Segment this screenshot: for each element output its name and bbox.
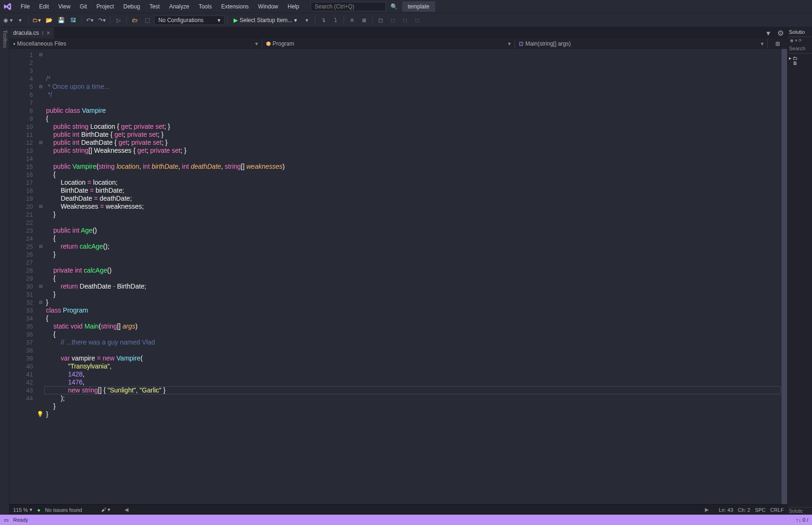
crumb-split[interactable]: ⊞ <box>768 39 788 48</box>
fold-toggle[interactable] <box>38 370 44 378</box>
fold-toggle[interactable] <box>38 75 44 83</box>
code-line-4[interactable] <box>46 99 788 107</box>
menu-project[interactable]: Project <box>92 1 118 12</box>
crumb-method[interactable]: ⊡ Main(string[] args) ▾ <box>515 39 768 48</box>
explorer-tree[interactable]: ▸ 🗀 🗎 <box>788 54 812 507</box>
configuration-dropdown[interactable]: No Configurations▾ <box>154 16 225 25</box>
code-line-36[interactable]: var vampire = new Vampire( <box>46 354 788 362</box>
code-line-27[interactable]: return DeathDate - BirthDate; <box>46 282 788 290</box>
code-line-8[interactable]: public int BirthDate { get; private set;… <box>46 131 788 139</box>
fold-toggle[interactable] <box>38 179 44 187</box>
code-line-39[interactable]: 1476, <box>46 378 788 386</box>
fold-toggle[interactable] <box>38 346 44 354</box>
toolbox-tab[interactable]: Toolbox <box>0 27 9 515</box>
menu-test[interactable]: Test <box>145 1 164 12</box>
code-line-28[interactable]: } <box>46 290 788 298</box>
code-line-15[interactable]: BirthDate = birthDate; <box>46 187 788 195</box>
crumb-project[interactable]: ▪ Miscellaneous Files ▾ <box>9 39 262 48</box>
indent-icon[interactable]: ≣ <box>359 15 369 25</box>
code-line-9[interactable]: public int DeathDate { get; private set;… <box>46 139 788 147</box>
code-line-35[interactable] <box>46 346 788 354</box>
tree-item-icon[interactable]: 🗎 <box>789 61 811 66</box>
fold-toggle[interactable] <box>38 354 44 362</box>
explorer-footer-tab[interactable]: Solutic <box>788 507 812 515</box>
fold-toggle[interactable] <box>38 187 44 195</box>
lightbulb-icon[interactable]: 💡 <box>37 410 44 418</box>
open-icon[interactable]: 📂 <box>44 15 54 25</box>
code-line-16[interactable]: DeathDate = deathDate; <box>46 195 788 203</box>
fold-toggle[interactable] <box>38 163 44 171</box>
fold-toggle[interactable] <box>38 274 44 282</box>
code-line-1[interactable]: /* <box>46 75 788 83</box>
code-line-22[interactable]: return calcAge(); <box>46 243 788 251</box>
fold-toggle[interactable]: ⊟ <box>38 83 44 91</box>
fold-toggle[interactable] <box>38 338 44 346</box>
code-line-38[interactable]: 1428, <box>46 370 788 378</box>
fold-toggle[interactable] <box>38 330 44 338</box>
fold-toggle[interactable] <box>38 394 44 402</box>
code-line-42[interactable]: } <box>46 402 788 410</box>
code-editor[interactable]: 1234567891011121314151617181920212223242… <box>9 49 788 504</box>
menu-tools[interactable]: Tools <box>194 1 217 12</box>
code-line-44[interactable] <box>46 418 788 426</box>
menu-extensions[interactable]: Extensions <box>217 1 254 12</box>
tree-root-icon[interactable]: ▸ 🗀 <box>789 55 811 61</box>
step-into-icon[interactable]: ↴ <box>318 15 328 25</box>
code-line-2[interactable]: * Once upon a time... <box>46 83 788 91</box>
step-over-icon[interactable]: ⤵ <box>330 15 341 25</box>
fold-toggle[interactable] <box>38 290 44 298</box>
outdent-icon[interactable]: ≡ <box>347 15 357 25</box>
fold-toggle[interactable] <box>38 67 44 75</box>
fold-toggle[interactable] <box>38 386 44 394</box>
code-line-6[interactable]: { <box>46 115 788 123</box>
code-line-29[interactable]: } <box>46 298 788 306</box>
code-line-19[interactable] <box>46 219 788 227</box>
fold-toggle[interactable] <box>38 155 44 163</box>
code-line-33[interactable]: { <box>46 330 788 338</box>
menu-file[interactable]: File <box>16 1 34 12</box>
menu-edit[interactable]: Edit <box>34 1 54 12</box>
fold-toggle[interactable] <box>38 235 44 243</box>
save-icon[interactable]: 💾 <box>56 15 66 25</box>
code-line-30[interactable]: class Program <box>46 306 788 314</box>
crumb-class[interactable]: ⬢ Program ▾ <box>262 39 515 48</box>
code-line-13[interactable]: { <box>46 171 788 179</box>
fold-toggle[interactable] <box>38 115 44 123</box>
indent-indicator[interactable]: SPC <box>755 507 766 513</box>
back-forward-icon[interactable]: ◉ ▾ <box>3 15 13 25</box>
code-line-32[interactable]: static void Main(string[] args) <box>46 322 788 330</box>
position-indicator[interactable]: ↑↓ 0 / <box>796 517 808 523</box>
search-icon[interactable]: 🔍 <box>390 3 398 10</box>
code-line-34[interactable]: // ...there was a guy named Vlad <box>46 338 788 346</box>
fold-column[interactable]: ⊟⊟⊟⊟⊟⊟⊟ <box>38 49 44 504</box>
new-item-icon[interactable]: 🗀▾ <box>31 15 42 25</box>
tab-dracula-cs[interactable]: dracula.cs ⟟ × <box>9 27 55 39</box>
bookmark-icon[interactable]: ◻ <box>375 15 386 25</box>
zoom-control[interactable]: 115 % ▾ <box>13 507 32 513</box>
fold-toggle[interactable] <box>38 306 44 314</box>
code-line-17[interactable]: Weaknesses = weaknesses; <box>46 203 788 211</box>
dropdown-small-icon[interactable]: ▾ <box>302 15 312 25</box>
code-line-3[interactable]: */ <box>46 91 788 99</box>
solution-explorer[interactable]: Solutio ◉ ▾ ⟳ Search ▸ 🗀 🗎 Solutic <box>788 27 812 515</box>
menu-debug[interactable]: Debug <box>119 1 145 12</box>
code-line-25[interactable]: private int calcAge() <box>46 266 788 274</box>
menu-git[interactable]: Git <box>75 1 92 12</box>
fold-toggle[interactable] <box>38 211 44 219</box>
fold-toggle[interactable] <box>38 99 44 107</box>
bookmark-clear-icon[interactable]: ◻ <box>412 15 422 25</box>
issues-label[interactable]: No issues found <box>45 507 82 513</box>
fold-toggle[interactable] <box>38 266 44 274</box>
redo-icon[interactable]: ↷▾ <box>97 15 107 25</box>
code-line-41[interactable]: ); <box>46 394 788 402</box>
code-line-40[interactable]: new string[] { "Sunlight", "Garlic" } <box>46 386 788 394</box>
code-line-37[interactable]: "Transylvania", <box>46 362 788 370</box>
template-button[interactable]: template <box>402 1 435 12</box>
tabs-settings-icon[interactable]: ⚙ <box>775 28 786 38</box>
line-indicator[interactable]: Ln: 43 <box>719 507 734 513</box>
code-line-10[interactable]: public string[] Weaknesses { get; privat… <box>46 147 788 155</box>
scroll-left-icon[interactable]: ◀ <box>125 507 128 513</box>
code-line-7[interactable]: public string Location { get; private se… <box>46 123 788 131</box>
tabs-dropdown-icon[interactable]: ▾ <box>763 28 773 38</box>
code-line-14[interactable]: Location = location; <box>46 179 788 187</box>
